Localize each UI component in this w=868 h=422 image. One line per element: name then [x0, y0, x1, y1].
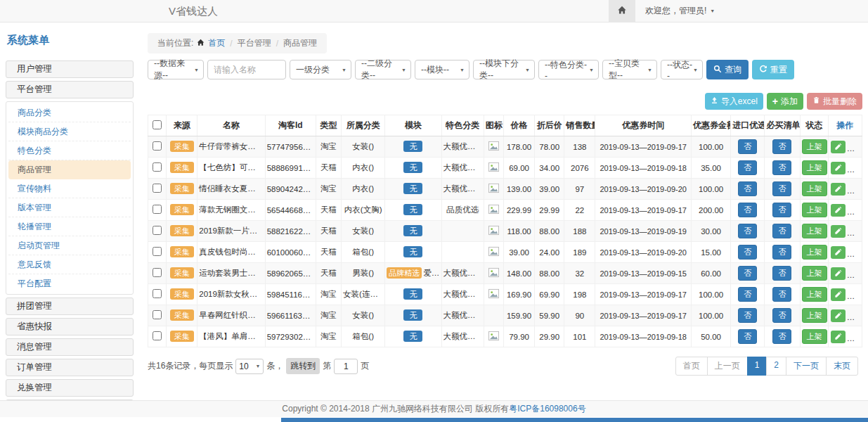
sidebar-item-sub[interactable]: 模块商品分类: [8, 122, 131, 141]
sidebar-item-sub[interactable]: 平台配置: [8, 274, 131, 293]
cell-category: 女装(): [342, 221, 385, 242]
sidebar-item-sub[interactable]: 轮播管理: [8, 217, 131, 236]
sidebar-item-top[interactable]: 平台管理: [6, 81, 134, 98]
status-button[interactable]: 上架: [802, 329, 827, 344]
sidebar-item-sub[interactable]: 版本管理: [8, 198, 131, 217]
filter-select[interactable]: --宝贝类型--▼: [602, 60, 657, 79]
status-button[interactable]: 上架: [802, 266, 827, 281]
sidebar-item-sub[interactable]: 商品分类: [8, 103, 131, 122]
row-checkbox[interactable]: [153, 310, 162, 319]
breadcrumb-home-link[interactable]: 首页: [208, 37, 225, 49]
import-toggle-button[interactable]: 否: [738, 160, 757, 175]
must-buy-toggle-button[interactable]: 否: [772, 224, 791, 238]
filter-select[interactable]: --数据来源--▼: [148, 60, 204, 79]
sidebar-item-top[interactable]: 拼团管理: [6, 298, 134, 315]
status-button[interactable]: 上架: [802, 160, 827, 175]
status-button[interactable]: 上架: [802, 181, 827, 196]
import-toggle-button[interactable]: 否: [738, 181, 757, 196]
home-button[interactable]: [609, 0, 635, 22]
sidebar-item-top[interactable]: 省惠快报: [6, 318, 134, 335]
filter-select[interactable]: 一级分类▼: [290, 60, 351, 79]
must-buy-toggle-button[interactable]: 否: [772, 245, 791, 260]
edit-button[interactable]: [831, 246, 846, 259]
sidebar-item-top[interactable]: 统计管理: [6, 399, 134, 400]
pager-button[interactable]: 末页: [826, 357, 858, 376]
sidebar-item-top[interactable]: 用户管理: [6, 60, 134, 78]
import-toggle-button[interactable]: 否: [738, 203, 757, 217]
sidebar-item-sub[interactable]: 启动页管理: [8, 236, 131, 255]
row-checkbox[interactable]: [153, 289, 162, 298]
sidebar-item-top[interactable]: 订单管理: [6, 359, 134, 376]
status-button[interactable]: 上架: [802, 224, 827, 238]
row-checkbox[interactable]: [153, 268, 162, 277]
pager-button[interactable]: 1: [747, 357, 767, 376]
page-input[interactable]: [334, 359, 358, 374]
sidebar-item-sub[interactable]: 宣传物料: [8, 179, 131, 198]
status-button[interactable]: 上架: [802, 203, 827, 217]
row-checkbox[interactable]: [153, 226, 162, 235]
row-checkbox[interactable]: [153, 141, 162, 151]
edit-button[interactable]: [831, 309, 846, 322]
per-page-select[interactable]: 10 ▼: [235, 359, 264, 374]
user-menu[interactable]: 欢迎您，管理员! ▼: [635, 5, 725, 17]
must-buy-toggle-button[interactable]: 否: [772, 139, 791, 154]
import-toggle-button[interactable]: 否: [738, 308, 757, 323]
must-buy-toggle-button[interactable]: 否: [772, 308, 791, 323]
row-checkbox[interactable]: [153, 162, 162, 172]
status-button[interactable]: 上架: [802, 308, 827, 323]
row-checkbox[interactable]: [153, 247, 162, 256]
import-toggle-button[interactable]: 否: [738, 287, 757, 302]
status-button[interactable]: 上架: [802, 287, 827, 302]
edit-button[interactable]: [831, 225, 846, 238]
select-all-checkbox[interactable]: [153, 120, 162, 129]
row-checkbox[interactable]: [153, 184, 162, 193]
pager-button[interactable]: 上一页: [707, 357, 748, 376]
must-buy-toggle-button[interactable]: 否: [772, 287, 791, 302]
import-toggle-button[interactable]: 否: [738, 224, 757, 238]
pager-button[interactable]: 2: [766, 357, 786, 376]
row-checkbox[interactable]: [153, 205, 162, 214]
edit-button[interactable]: [831, 183, 846, 196]
sidebar-item-top[interactable]: 消息管理: [6, 338, 134, 356]
product-name-input[interactable]: [207, 60, 286, 79]
edit-button[interactable]: [831, 162, 846, 174]
pager-button[interactable]: 下一页: [786, 357, 827, 376]
edit-button[interactable]: [831, 141, 846, 153]
sidebar-item-sub[interactable]: 意见反馈: [8, 255, 131, 274]
edit-button[interactable]: [831, 288, 846, 301]
edit-button[interactable]: [831, 331, 846, 343]
import-toggle-button[interactable]: 否: [738, 245, 757, 260]
cell-import: 否: [731, 284, 765, 305]
filter-select[interactable]: --特色分类--▼: [538, 60, 599, 79]
cell-import: 否: [731, 221, 765, 242]
status-button[interactable]: 上架: [802, 245, 827, 260]
filter-select[interactable]: --模块下分类--▼: [473, 60, 535, 79]
row-checkbox[interactable]: [153, 331, 162, 340]
status-button[interactable]: 上架: [802, 139, 827, 154]
search-button[interactable]: 查询: [706, 60, 749, 79]
edit-button[interactable]: [831, 204, 846, 217]
cell-operations: [828, 179, 862, 200]
filter-select[interactable]: --状态--▼: [661, 60, 703, 79]
must-buy-toggle-button[interactable]: 否: [772, 329, 791, 344]
reset-button[interactable]: 重置: [752, 60, 794, 79]
must-buy-toggle-button[interactable]: 否: [772, 160, 791, 175]
filter-select[interactable]: --模块--▼: [415, 60, 469, 79]
sidebar-item-top[interactable]: 兑换管理: [6, 379, 134, 397]
must-buy-toggle-button[interactable]: 否: [772, 266, 791, 281]
import-toggle-button[interactable]: 否: [738, 329, 757, 344]
filter-select[interactable]: --二级分类--▼: [355, 60, 411, 79]
batch-delete-button[interactable]: 批量删除: [807, 93, 862, 110]
import-toggle-button[interactable]: 否: [738, 139, 757, 154]
must-buy-toggle-button[interactable]: 否: [772, 181, 791, 196]
import-toggle-button[interactable]: 否: [738, 266, 757, 281]
import-excel-button[interactable]: 导入excel: [705, 93, 763, 110]
jump-button[interactable]: 跳转到: [286, 358, 320, 374]
icp-link[interactable]: 粤ICP备16098006号: [509, 403, 585, 415]
sidebar-item-sub[interactable]: 特色分类: [8, 141, 131, 160]
edit-button[interactable]: [831, 267, 846, 280]
must-buy-toggle-button[interactable]: 否: [772, 203, 791, 217]
pager-button[interactable]: 首页: [675, 357, 708, 376]
add-button[interactable]: + 添加: [767, 93, 803, 110]
sidebar-item-active[interactable]: 商品管理: [8, 160, 131, 179]
